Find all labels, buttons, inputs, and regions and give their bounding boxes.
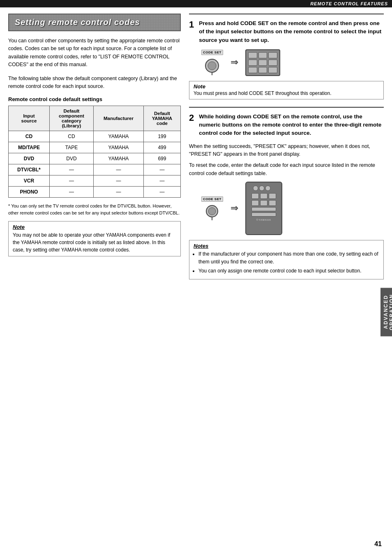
default-settings-table: Inputsource Defaultcomponentcategory(Lib… xyxy=(8,106,181,198)
table-cell-2-2: YAMAHA xyxy=(94,153,144,164)
code-set-button-2-illustration: CODE SET xyxy=(201,196,223,221)
svg-point-5 xyxy=(259,186,264,191)
right-column: 1 Press and hold CODE SET on the remote … xyxy=(189,14,384,287)
svg-point-6 xyxy=(265,186,270,191)
table-cell-1-0: MD/TAPE xyxy=(9,142,50,153)
step-1-section: 1 Press and hold CODE SET on the remote … xyxy=(189,14,384,99)
table-cell-0-3: 199 xyxy=(143,131,180,142)
side-tab-line1: ADVANCED xyxy=(383,295,389,329)
step-2-number: 2 xyxy=(189,113,194,122)
step-2-body-2: To reset the code, enter the default cod… xyxy=(189,161,384,178)
side-tab-line2: OPERATION xyxy=(389,294,392,330)
step-1-number: 1 xyxy=(189,19,194,29)
remote-row-1 xyxy=(248,193,279,199)
step-2-header: 2 While holding down CODE SET on the rem… xyxy=(189,113,384,138)
remote-keypad-1 xyxy=(245,49,280,76)
intro-para-1: You can control other components by sett… xyxy=(8,37,181,69)
table-row: VCR——— xyxy=(9,175,181,187)
r-key-3 xyxy=(269,193,276,199)
side-tab: ADVANCED OPERATION xyxy=(380,288,392,336)
key-3 xyxy=(268,52,277,58)
key-5 xyxy=(258,60,267,66)
col-header-yamaha-code: DefaultYAMAHAcode xyxy=(143,106,180,131)
note-item-2: You can only assign one remote control c… xyxy=(198,267,379,275)
col-header-input: Inputsource xyxy=(9,106,50,131)
table-cell-0-1: CD xyxy=(49,131,93,142)
step-2-body-1: When the setting succeeds, "PRESET OK" a… xyxy=(189,143,384,159)
section-title-text: Setting remote control codes xyxy=(15,18,174,27)
table-row: DVDDVDYAMAHA699 xyxy=(9,153,181,164)
step-1-note-text: You must press and hold CODE SET through… xyxy=(194,90,379,97)
step-1-arrow: ⇒ xyxy=(231,57,238,68)
r-key-2 xyxy=(260,193,267,199)
r-key-6 xyxy=(269,200,276,206)
left-note-text: You may not be able to operate your othe… xyxy=(13,231,176,254)
table-cell-1-3: 499 xyxy=(143,142,180,153)
table-cell-3-2: — xyxy=(94,164,144,175)
table-heading: Remote control code default settings xyxy=(8,96,181,102)
key-1 xyxy=(248,52,257,58)
r-key-wide-1 xyxy=(251,207,276,211)
step-2-notes-list: If the manufacturer of your component ha… xyxy=(194,250,379,275)
table-cell-1-2: YAMAHA xyxy=(94,142,144,153)
table-cell-4-2: — xyxy=(94,175,144,187)
step-1-header: 1 Press and hold CODE SET on the remote … xyxy=(189,19,384,44)
step-2-notes-label: Notes xyxy=(194,243,379,249)
note-item-1: If the manufacturer of your component ha… xyxy=(198,250,379,265)
section-title-box: Setting remote control codes xyxy=(8,14,181,31)
table-cell-0-2: YAMAHA xyxy=(94,131,144,142)
remote-row-4 xyxy=(248,212,279,217)
table-row: DTV/CBL*——— xyxy=(9,164,181,175)
table-cell-3-3: — xyxy=(143,164,180,175)
table-row: PHONO——— xyxy=(9,187,181,198)
code-set-button-illustration: CODE SET xyxy=(201,50,223,75)
r-key-1 xyxy=(251,193,259,199)
remote-row-2 xyxy=(248,200,279,206)
code-set-label: CODE SET xyxy=(201,50,223,55)
table-cell-4-1: — xyxy=(49,175,93,187)
table-cell-5-0: PHONO xyxy=(9,187,50,198)
table-cell-5-1: — xyxy=(49,187,93,198)
key-7 xyxy=(248,67,257,73)
step-1-note: Note You must press and hold CODE SET th… xyxy=(189,81,384,99)
r-key-5 xyxy=(260,200,267,206)
table-cell-2-3: 699 xyxy=(143,153,180,164)
code-set-label-2: CODE SET xyxy=(201,196,223,202)
remote-full-illustration: ©YAMAHA xyxy=(245,182,282,235)
remote-row-circles xyxy=(248,185,279,192)
table-cell-0-0: CD xyxy=(9,131,50,142)
step-1-illustration: CODE SET ⇒ xyxy=(201,49,384,76)
table-cell-2-1: DVD xyxy=(49,153,93,164)
col-header-manufacturer: Manufacturer xyxy=(94,106,144,131)
table-cell-5-3: — xyxy=(143,187,180,198)
step-1-text: Press and hold CODE SET on the remote co… xyxy=(199,19,384,44)
step-2-notes-block: Notes If the manufacturer of your compon… xyxy=(189,240,384,279)
code-set-svg xyxy=(204,57,220,75)
header-title: REMOTE CONTROL FEATURES xyxy=(310,1,388,6)
intro-para-2: The following table show the default com… xyxy=(8,75,181,91)
key-6 xyxy=(268,60,277,66)
key-4 xyxy=(248,60,257,66)
table-footnote: * You can only set the TV remote control… xyxy=(8,203,181,216)
key-9 xyxy=(268,67,277,73)
left-note-label: Note xyxy=(13,224,176,230)
r-key-wide-2 xyxy=(251,212,276,217)
svg-point-3 xyxy=(208,208,216,215)
left-column: Setting remote control codes You can con… xyxy=(8,14,181,287)
remote-brand-label: ©YAMAHA xyxy=(248,219,279,221)
table-cell-5-2: — xyxy=(94,187,144,198)
col-header-default: Defaultcomponentcategory(Library) xyxy=(49,106,93,131)
table-cell-2-0: DVD xyxy=(9,153,50,164)
table-cell-4-0: VCR xyxy=(9,175,50,187)
step-2-arrow: ⇒ xyxy=(231,203,238,214)
remote-circles-svg xyxy=(251,185,276,192)
table-cell-3-0: DTV/CBL* xyxy=(9,164,50,175)
table-cell-1-1: TAPE xyxy=(49,142,93,153)
key-8 xyxy=(258,67,267,73)
table-row: MD/TAPETAPEYAMAHA499 xyxy=(9,142,181,153)
left-note-block: Note You may not be able to operate your… xyxy=(8,221,181,256)
key-2 xyxy=(258,52,267,58)
code-set-svg-2 xyxy=(205,203,219,221)
step-2-illustration: CODE SET ⇒ xyxy=(201,182,384,235)
step-1-note-label: Note xyxy=(194,83,205,90)
